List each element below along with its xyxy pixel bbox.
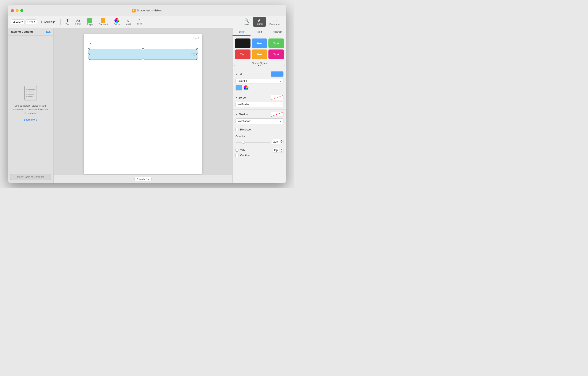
- close-button[interactable]: [11, 9, 14, 12]
- toc-line-1: [26, 89, 35, 90]
- swatch-red-label: Text: [240, 53, 246, 56]
- mask-icon: ⧉: [127, 19, 129, 22]
- insert-toc-button[interactable]: Insert Table of Contents: [10, 174, 51, 180]
- handle-tm[interactable]: [142, 48, 144, 50]
- toc-bar: [28, 96, 32, 97]
- slide-label: SLIDE 1SLIDE 1: [191, 52, 196, 56]
- sidebar-header: Table of Contents Edit: [8, 28, 53, 35]
- title-position-down[interactable]: ▼: [280, 150, 283, 152]
- caption-label: Caption: [240, 154, 250, 157]
- shadow-toggle[interactable]: ▼ Shadow: [235, 113, 248, 116]
- shadow-color-button[interactable]: [271, 112, 284, 117]
- border-section: ▼ Border No Border Line Picture Frame: [232, 93, 286, 109]
- find-button[interactable]: 🔍 Find: [242, 17, 251, 27]
- text-tool-button[interactable]: T Text: [63, 18, 72, 26]
- document-page[interactable]: 1 of 1 SLIDE 1SLIDE 1: [84, 34, 202, 174]
- word-count: 2 words: [137, 178, 145, 180]
- fill-color-swatch[interactable]: [235, 85, 242, 90]
- fill-type-select[interactable]: Color Fill Gradient Fill Image Fill No F…: [235, 78, 284, 84]
- add-page-button[interactable]: ＋ Add Page: [38, 19, 57, 25]
- window-title-area: P Shape test — Edited: [132, 9, 162, 12]
- fill-toggle[interactable]: ▼ Fill: [235, 73, 242, 76]
- document-button[interactable]: 📄 Document: [267, 17, 283, 27]
- handle-bl[interactable]: [88, 59, 90, 60]
- fill-color-button[interactable]: [271, 71, 284, 77]
- zoom-button[interactable]: 125% ▾: [26, 20, 37, 24]
- insert-button[interactable]: ¶ Insert: [135, 18, 144, 26]
- reflection-checkbox[interactable]: [235, 128, 239, 131]
- comment-button[interactable]: Comment: [96, 17, 110, 26]
- shadow-section: ▼ Shadow No Shadow Drop Shadow Contact S…: [232, 109, 286, 126]
- format-icon: 🖌: [258, 18, 261, 22]
- tab-text[interactable]: Text: [251, 28, 268, 36]
- maximize-button[interactable]: [20, 9, 23, 12]
- fill-type-wrapper: Color Fill Gradient Fill Image Fill No F…: [235, 78, 284, 84]
- tab-arrange[interactable]: Arrange: [268, 28, 286, 36]
- handle-bm[interactable]: [142, 59, 144, 60]
- sidebar-edit-button[interactable]: Edit: [46, 30, 51, 33]
- text-shape[interactable]: SLIDE 1SLIDE 1: [88, 49, 198, 60]
- sidebar-content: Use paragraph styles in your document to…: [8, 35, 53, 171]
- fonts-button[interactable]: Aa Fonts: [73, 18, 83, 26]
- opacity-decrement-button[interactable]: ▼: [280, 142, 283, 144]
- tab-style[interactable]: Style: [232, 28, 251, 36]
- handle-tr[interactable]: [196, 48, 198, 50]
- title-row: Title Top ▲ ▼: [235, 148, 284, 153]
- view-button[interactable]: ⊞ View ▾: [11, 20, 25, 24]
- style-swatch-red[interactable]: Text: [235, 49, 251, 59]
- style-swatch-orange[interactable]: Text: [252, 49, 267, 59]
- style-swatch-green[interactable]: Text: [268, 38, 284, 48]
- word-count-chevron-icon: ⌃⌄: [146, 178, 149, 180]
- handle-tl[interactable]: [88, 48, 90, 50]
- shadow-type-select[interactable]: No Shadow Drop Shadow Contact Shadow: [235, 118, 284, 124]
- toc-dot: [26, 91, 27, 92]
- learn-more-button[interactable]: Learn More: [24, 118, 37, 121]
- shape-button[interactable]: Shape: [84, 17, 95, 26]
- swatch-blue-label: Text: [257, 42, 262, 45]
- minimize-button[interactable]: [16, 9, 19, 12]
- opacity-increment-button[interactable]: ▲: [280, 139, 283, 142]
- caption-checkbox[interactable]: [235, 154, 239, 157]
- colors-button[interactable]: Colors: [112, 17, 122, 26]
- style-swatch-black[interactable]: [235, 38, 251, 48]
- mask-button[interactable]: ⧉ Mask: [124, 18, 133, 26]
- opacity-slider[interactable]: [235, 142, 270, 143]
- handle-br[interactable]: [196, 59, 198, 60]
- styles-prev-button[interactable]: ‹: [234, 63, 235, 67]
- canvas-statusbar: 2 words ⌃⌄: [54, 175, 232, 183]
- styles-next-button[interactable]: ›: [284, 63, 285, 67]
- border-color-button[interactable]: [271, 95, 284, 100]
- pin-line: [90, 44, 90, 49]
- style-swatch-blue[interactable]: Text: [252, 38, 267, 48]
- fill-label: Fill: [239, 73, 242, 76]
- styles-dot: [260, 65, 261, 66]
- find-label: Find: [244, 23, 249, 26]
- title-caption-section: Title Top ▲ ▼ Caption: [232, 146, 286, 160]
- title-checkbox[interactable]: [235, 149, 239, 152]
- styles-dots: [252, 65, 267, 68]
- shape-icon: [87, 18, 92, 23]
- title-position-up[interactable]: ▲: [280, 148, 283, 150]
- word-count-button[interactable]: 2 words ⌃⌄: [134, 177, 152, 181]
- fill-section: ▼ Fill Color Fill Gradient Fill Image Fi…: [232, 69, 286, 93]
- swatch-green-label: Text: [273, 42, 279, 45]
- sidebar-description: Use paragraph styles in your document to…: [12, 104, 49, 115]
- style-swatch-pink[interactable]: Text: [268, 49, 284, 59]
- fonts-icon: Aa: [76, 19, 80, 22]
- styles-nav: ‹ Shape Styles ›: [232, 62, 286, 69]
- text-tool-label: Text: [66, 23, 70, 26]
- handle-ml[interactable]: [88, 54, 90, 55]
- handle-mr[interactable]: [196, 54, 198, 55]
- format-button[interactable]: 🖌 Format: [253, 17, 266, 27]
- zoom-chevron-icon: ▾: [34, 21, 35, 23]
- border-toggle[interactable]: ▼ Border: [235, 96, 247, 99]
- border-type-select[interactable]: No Border Line Picture Frame: [235, 102, 284, 107]
- fill-color-wheel-button[interactable]: [243, 85, 249, 90]
- fill-chevron-icon: ▼: [235, 73, 238, 75]
- canvas-scroll[interactable]: 1 of 1 SLIDE 1SLIDE 1: [54, 28, 232, 175]
- shape-label: Shape: [87, 23, 93, 26]
- shadow-type-wrapper: No Shadow Drop Shadow Contact Shadow: [235, 118, 284, 124]
- opacity-section: Opacity 20% ▲ ▼: [232, 133, 286, 146]
- toolbar-separator: [60, 19, 61, 25]
- sidebar: Table of Contents Edit: [8, 28, 54, 183]
